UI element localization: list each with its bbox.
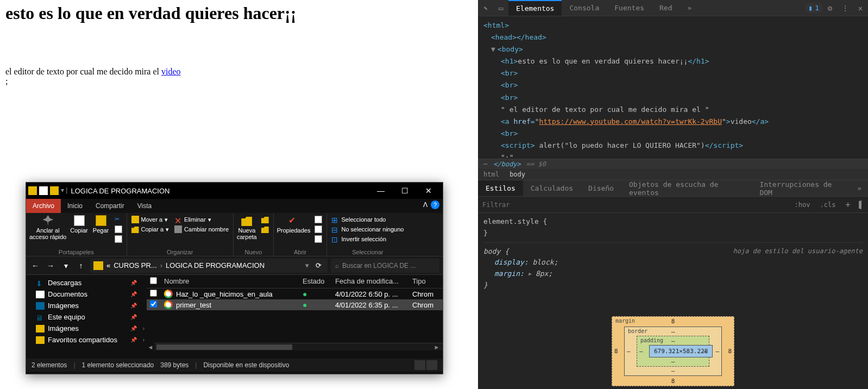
paste-shortcut-button[interactable] — [114, 235, 123, 243]
cambiar-nombre-button[interactable]: Cambiar nombre — [173, 225, 230, 234]
issues-badge[interactable]: ▮1 — [805, 3, 822, 13]
breadcrumb-item[interactable]: LOGICA DE PROGRAMACION — [166, 261, 265, 269]
tab-compartir[interactable]: Compartir — [89, 199, 131, 213]
sidebar-item[interactable]: Imágenes📌› — [26, 323, 147, 334]
sidebar-item[interactable]: Imágenes📌 — [26, 300, 147, 311]
copiar-button[interactable]: Copiar — [70, 215, 89, 234]
tab-inicio[interactable]: Inicio — [61, 199, 89, 213]
invertir-button[interactable]: ⊡Invertir selección — [330, 235, 405, 243]
crumb-body[interactable]: body — [510, 171, 525, 178]
subtab-eventos[interactable]: Objetos de escucha de eventos — [621, 180, 752, 196]
new-item-button[interactable] — [260, 215, 270, 224]
help-icon[interactable]: ? — [431, 200, 439, 209]
cut-button[interactable]: ✂ — [114, 215, 123, 224]
refresh-button[interactable]: ⟳ — [312, 260, 324, 272]
view-details-button[interactable] — [414, 360, 425, 370]
breadcrumb-item[interactable]: CUROS PR... — [114, 261, 156, 269]
status-synced-icon: ● — [303, 290, 307, 298]
nueva-carpeta-button[interactable]: Nueva carpeta — [237, 215, 257, 240]
open-button[interactable] — [313, 215, 323, 224]
search-box[interactable]: ⌕ Buscar en LOGICA DE ... — [331, 259, 439, 273]
mover-a-button[interactable]: Mover a ▾ — [130, 215, 171, 224]
col-estado[interactable]: Estado — [303, 277, 335, 286]
sidebar-item[interactable]: Documentos📌 — [26, 288, 147, 300]
paste-icon — [96, 215, 106, 226]
horizontal-scrollbar[interactable]: ◄ ► — [154, 343, 443, 350]
minimize-button[interactable]: — — [369, 183, 393, 199]
issue-icon: ▮ — [808, 4, 813, 12]
more-icon[interactable]: ⋮ — [838, 4, 853, 12]
subtab-more[interactable]: » — [851, 184, 868, 192]
tab-vista[interactable]: Vista — [131, 199, 158, 213]
elements-tree[interactable]: <html> <head></head> ▼<body> <h1>esto es… — [478, 16, 868, 159]
view-large-button[interactable] — [426, 360, 437, 370]
subtab-diseno[interactable]: Diseño — [581, 180, 621, 196]
device-toolbar-icon[interactable]: ▭ — [493, 4, 508, 12]
seleccionar-todo-button[interactable]: ⊞Seleccionar todo — [330, 215, 405, 224]
scroll-left-icon[interactable]: ◄ — [147, 343, 154, 351]
styles-filter-input[interactable] — [482, 201, 787, 209]
sidebar-item[interactable]: ⬇Descargas📌 — [26, 277, 147, 288]
settings-icon[interactable]: ⚙ — [822, 4, 838, 12]
col-fecha[interactable]: Fecha de modifica... — [335, 277, 412, 286]
scrollbar-thumb[interactable] — [156, 344, 292, 350]
close-devtools-icon[interactable]: ✕ — [853, 4, 868, 12]
tab-fuentes[interactable]: Fuentes — [607, 0, 652, 16]
tab-consola[interactable]: Consola — [562, 0, 607, 16]
anclar-button[interactable]: Anclar al acceso rápido — [29, 215, 67, 240]
ribbon-collapse-icon[interactable]: ᐱ — [423, 201, 427, 209]
copiar-a-button[interactable]: Copiar a ▾ — [130, 225, 171, 234]
file-type: Chrom — [412, 301, 439, 309]
styles-panel[interactable]: element.style { } hoja de estilo del usu… — [478, 213, 868, 294]
row-checkbox[interactable] — [150, 290, 164, 298]
crumb-html[interactable]: html — [483, 171, 499, 178]
sidebar-item[interactable]: 🖥Este equipo📌 — [26, 311, 147, 323]
group-abrir: Abrir — [277, 248, 324, 256]
cls-toggle[interactable]: .cls — [817, 200, 838, 210]
computed-panel-toggle[interactable] — [858, 200, 864, 210]
scroll-right-icon[interactable]: ► — [433, 343, 441, 351]
up-button[interactable]: ↑ — [75, 260, 87, 272]
breadcrumb[interactable]: « CUROS PR... › LOGICA DE PROGRAMACION ▾… — [90, 259, 328, 273]
no-seleccionar-button[interactable]: ⊟No seleccionar ninguno — [330, 225, 405, 234]
edit-button[interactable] — [313, 225, 323, 234]
recent-button[interactable]: ▾ — [60, 260, 72, 272]
maximize-button[interactable]: ☐ — [393, 183, 417, 199]
forward-button[interactable]: → — [45, 260, 56, 272]
subtab-dom[interactable]: Interrupciones de DOM — [752, 180, 851, 196]
back-button[interactable]: ← — [29, 260, 41, 272]
tab-archivo[interactable]: Archivo — [26, 199, 61, 213]
row-checkbox[interactable] — [150, 300, 164, 309]
box-model[interactable]: margin 8 8 8 8 border – – – – padding – … — [612, 316, 734, 386]
subtab-estilos[interactable]: Estilos — [478, 180, 523, 196]
hov-toggle[interactable]: :hov — [792, 200, 813, 210]
sidebar-item[interactable]: Favoritos compartidos📌› — [26, 334, 147, 346]
pegar-button[interactable]: Pegar — [92, 215, 110, 234]
copy-path-button[interactable] — [114, 225, 123, 234]
tab-more[interactable]: » — [680, 0, 700, 16]
titlebar[interactable]: ✔ ▾ | LOGICA DE PROGRAMACION — ☐ ✕ — [26, 183, 443, 199]
file-row[interactable]: Haz_lo _que_hicimos_en_aula●4/01/2022 6:… — [147, 288, 443, 299]
video-link[interactable]: video — [161, 67, 181, 76]
breadcrumb-overflow[interactable]: « — [106, 261, 110, 269]
breadcrumb-dropdown-icon[interactable]: ▾ — [305, 261, 309, 269]
copy-icon — [74, 215, 85, 226]
easy-access-button[interactable] — [260, 225, 270, 234]
history-button[interactable] — [313, 235, 323, 243]
styles-filter-bar: :hov .cls + — [478, 197, 868, 213]
group-nuevo: Nuevo — [237, 248, 270, 256]
close-button[interactable]: ✕ — [417, 183, 441, 199]
tab-red[interactable]: Red — [652, 0, 680, 16]
expand-icon[interactable]: ▶ — [529, 270, 531, 278]
eliminar-button[interactable]: ✕Eliminar ▾ — [173, 215, 230, 224]
file-row[interactable]: primer_test●4/01/2022 6:35 p. ...Chrom — [147, 299, 443, 310]
new-style-rule-button[interactable]: + — [843, 198, 853, 211]
tab-elementos[interactable]: Elementos — [508, 0, 562, 16]
col-tipo[interactable]: Tipo — [412, 277, 439, 286]
inspect-element-icon[interactable]: ⬉ — [478, 4, 493, 12]
propiedades-button[interactable]: ✔Propiedades — [277, 215, 311, 234]
subtab-calculados[interactable]: Calculados — [523, 180, 581, 196]
ellipsis-icon[interactable]: ⋯ — [483, 160, 488, 168]
col-nombre[interactable]: Nombre — [164, 277, 303, 286]
header-checkbox[interactable] — [150, 277, 164, 286]
